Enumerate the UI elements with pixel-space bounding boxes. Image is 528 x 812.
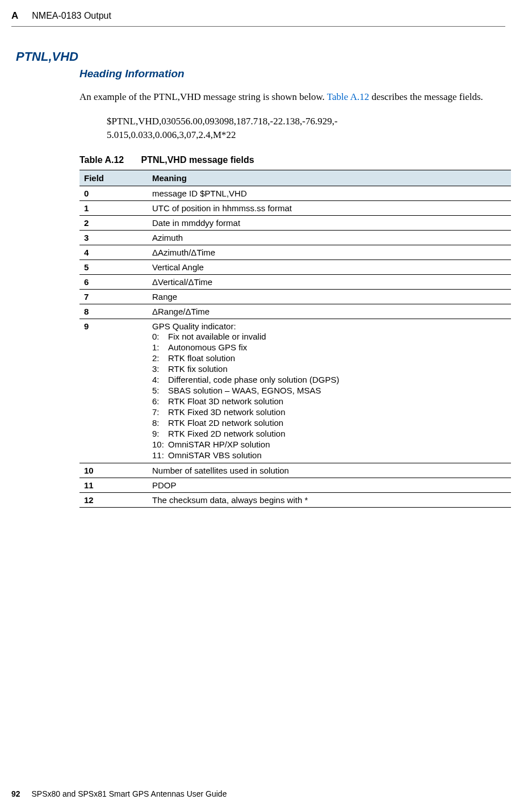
- table-header-field: Field: [79, 170, 148, 186]
- meaning-cell: Date in mmddyy format: [148, 215, 511, 230]
- table-row: 2Date in mmddyy format: [79, 215, 511, 230]
- quality-item: 7:RTK Fixed 3D network solution: [152, 407, 506, 417]
- quality-num: 11:: [152, 450, 168, 460]
- table-caption: Table A.12 PTNL,VHD message fields: [79, 155, 505, 165]
- quality-text: RTK Fixed 2D network solution: [168, 429, 285, 438]
- quality-item: 10:OmniSTAR HP/XP solution: [152, 439, 506, 450]
- table-link[interactable]: Table A.12: [327, 91, 369, 102]
- meaning-cell: message ID $PTNL,VHD: [148, 186, 511, 200]
- quality-text: OmniSTAR VBS solution: [168, 450, 262, 460]
- field-cell: 4: [79, 245, 148, 259]
- table-row: 10Number of satellites used in solution: [79, 463, 511, 478]
- meaning-cell: Range: [148, 289, 511, 304]
- example-line-2: 5.015,0.033,0.006,3,07,2.4,M*22: [107, 129, 236, 140]
- quality-item: 6:RTK Float 3D network solution: [152, 396, 506, 407]
- footer-title: SPSx80 and SPSx81 Smart GPS Antennas Use…: [31, 789, 227, 798]
- quality-num: 10:: [152, 440, 168, 449]
- table-row: 5Vertical Angle: [79, 259, 511, 274]
- quality-list: 0:Fix not available or invalid1:Autonomo…: [152, 331, 506, 461]
- quality-num: 5:: [152, 386, 168, 395]
- table-row: 8ΔRange/ΔTime: [79, 304, 511, 319]
- table-row: 9GPS Quality indicator:0:Fix not availab…: [79, 319, 511, 463]
- example-message: $PTNL,VHD,030556.00,093098,187.718,-22.1…: [107, 115, 505, 143]
- field-cell: 9: [79, 319, 148, 463]
- quality-item: 5:SBAS solution – WAAS, EGNOS, MSAS: [152, 385, 506, 396]
- meaning-cell: The checksum data, always begins with *: [148, 492, 511, 507]
- quality-text: Autonomous GPS fix: [168, 342, 247, 352]
- quality-text: RTK Float 3D network solution: [168, 396, 283, 406]
- subsection-title: Heading Information: [79, 68, 505, 80]
- table-row: 12The checksum data, always begins with …: [79, 492, 511, 507]
- quality-text: Fix not available or invalid: [168, 332, 266, 341]
- quality-num: 7:: [152, 407, 168, 417]
- field-cell: 11: [79, 478, 148, 492]
- quality-item: 3:RTK fix solution: [152, 363, 506, 374]
- field-cell: 3: [79, 230, 148, 245]
- table-header-row: Field Meaning: [79, 170, 511, 186]
- quality-num: 3:: [152, 364, 168, 374]
- example-line-1: $PTNL,VHD,030556.00,093098,187.718,-22.1…: [107, 116, 338, 127]
- field-cell: 12: [79, 492, 148, 507]
- message-fields-table: Field Meaning 0message ID $PTNL,VHD1UTC …: [79, 170, 511, 508]
- table-row: 6ΔVertical/ΔTime: [79, 274, 511, 289]
- field-cell: 0: [79, 186, 148, 200]
- quality-text: RTK float solution: [168, 353, 235, 363]
- page-number: 92: [11, 789, 20, 798]
- table-row: 1UTC of position in hhmmss.ss format: [79, 200, 511, 215]
- quality-item: 4:Differential, code phase only solution…: [152, 374, 506, 385]
- quality-num: 1:: [152, 342, 168, 352]
- quality-text: RTK Float 2D network solution: [168, 418, 283, 428]
- table-row: 7Range: [79, 289, 511, 304]
- quality-num: 2:: [152, 353, 168, 363]
- field-cell: 1: [79, 200, 148, 215]
- meaning-cell: ΔAzimuth/ΔTime: [148, 245, 511, 259]
- section-title: PTNL,VHD: [16, 49, 505, 64]
- table-row: 11PDOP: [79, 478, 511, 492]
- page-header: A NMEA-0183 Output: [0, 0, 528, 26]
- quality-text: RTK Fixed 3D network solution: [168, 407, 285, 417]
- quality-num: 0:: [152, 332, 168, 341]
- quality-item: 9:RTK Fixed 2D network solution: [152, 428, 506, 439]
- meaning-cell: Number of satellites used in solution: [148, 463, 511, 478]
- quality-heading: GPS Quality indicator:: [152, 321, 506, 331]
- quality-text: SBAS solution – WAAS, EGNOS, MSAS: [168, 386, 321, 395]
- header-title: NMEA-0183 Output: [32, 11, 111, 21]
- quality-item: 1:Autonomous GPS fix: [152, 342, 506, 353]
- table-row: 4ΔAzimuth/ΔTime: [79, 245, 511, 259]
- quality-text: RTK fix solution: [168, 364, 228, 374]
- quality-num: 4:: [152, 375, 168, 384]
- meaning-cell: Vertical Angle: [148, 259, 511, 274]
- quality-text: Differential, code phase only solution (…: [168, 375, 340, 384]
- page-footer: 92 SPSx80 and SPSx81 Smart GPS Antennas …: [11, 789, 227, 798]
- field-cell: 2: [79, 215, 148, 230]
- intro-text-after: describes the message fields.: [369, 91, 483, 102]
- table-header-meaning: Meaning: [148, 170, 511, 186]
- page-content: PTNL,VHD Heading Information An example …: [0, 27, 528, 508]
- meaning-cell: ΔRange/ΔTime: [148, 304, 511, 319]
- intro-text-before: An example of the PTNL,VHD message strin…: [79, 91, 327, 102]
- meaning-cell: PDOP: [148, 478, 511, 492]
- table-caption-text: PTNL,VHD message fields: [141, 155, 254, 165]
- field-cell: 5: [79, 259, 148, 274]
- field-cell: 10: [79, 463, 148, 478]
- table-row: 0message ID $PTNL,VHD: [79, 186, 511, 200]
- quality-num: 9:: [152, 429, 168, 438]
- quality-item: 2:RTK float solution: [152, 353, 506, 363]
- table-caption-label: Table A.12: [79, 155, 139, 165]
- meaning-cell: ΔVertical/ΔTime: [148, 274, 511, 289]
- quality-num: 8:: [152, 418, 168, 428]
- table-row: 3Azimuth: [79, 230, 511, 245]
- quality-item: 8:RTK Float 2D network solution: [152, 417, 506, 428]
- quality-item: 11:OmniSTAR VBS solution: [152, 450, 506, 461]
- meaning-cell: Azimuth: [148, 230, 511, 245]
- intro-paragraph: An example of the PTNL,VHD message strin…: [79, 90, 505, 104]
- quality-text: OmniSTAR HP/XP solution: [168, 440, 270, 449]
- quality-item: 0:Fix not available or invalid: [152, 331, 506, 342]
- quality-num: 6:: [152, 396, 168, 406]
- meaning-cell: GPS Quality indicator:0:Fix not availabl…: [148, 319, 511, 463]
- meaning-cell: UTC of position in hhmmss.ss format: [148, 200, 511, 215]
- field-cell: 6: [79, 274, 148, 289]
- appendix-letter: A: [11, 10, 18, 22]
- field-cell: 7: [79, 289, 148, 304]
- field-cell: 8: [79, 304, 148, 319]
